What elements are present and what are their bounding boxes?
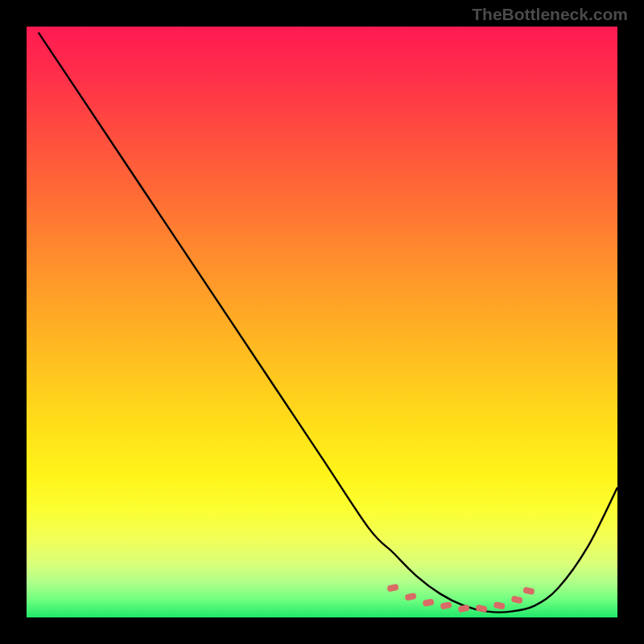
trough-marker	[404, 592, 416, 601]
trough-marker	[476, 605, 488, 613]
trough-marker	[511, 596, 523, 605]
trough-marker	[493, 601, 506, 610]
chart-plot-area	[27, 27, 617, 617]
trough-marker	[440, 601, 452, 610]
trough-markers	[386, 584, 535, 613]
watermark-text: TheBottleneck.com	[472, 5, 628, 24]
bottleneck-curve-line	[39, 32, 617, 612]
trough-marker	[386, 584, 398, 592]
trough-marker	[457, 605, 469, 613]
chart-svg	[27, 27, 617, 617]
trough-marker	[422, 598, 434, 607]
trough-marker	[522, 587, 535, 596]
